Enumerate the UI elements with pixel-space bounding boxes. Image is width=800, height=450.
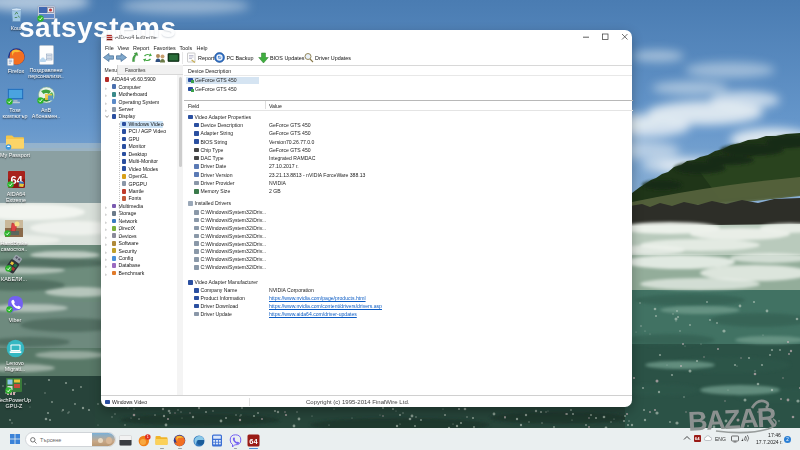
svg-text:BIOS Updates: BIOS Updates	[270, 55, 305, 61]
svg-text:1: 1	[147, 435, 149, 439]
svg-text:↻: ↻	[218, 55, 222, 60]
svg-text:64: 64	[249, 436, 258, 445]
svg-text:Driver Updates: Driver Updates	[315, 55, 351, 61]
svg-text:Report: Report	[198, 55, 215, 61]
svg-text:PC Backup: PC Backup	[227, 55, 254, 61]
